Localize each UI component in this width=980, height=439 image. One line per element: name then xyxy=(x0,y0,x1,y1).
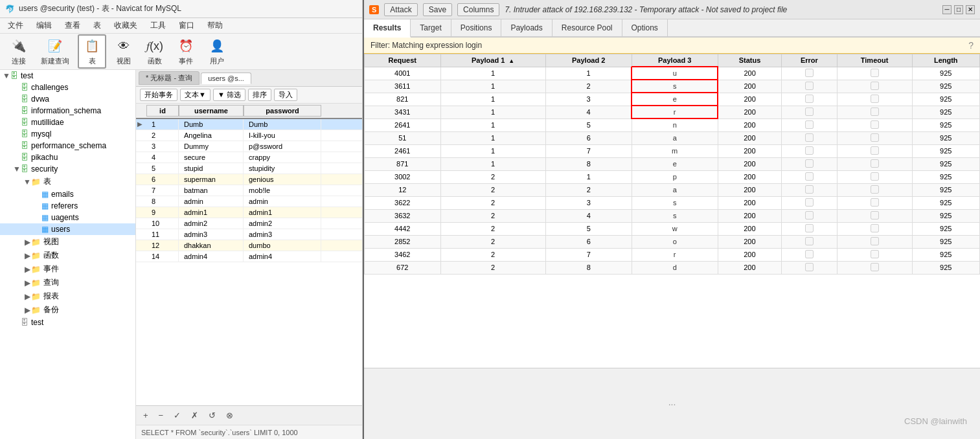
col-header-timeout[interactable]: Timeout xyxy=(837,54,912,67)
tab-target[interactable]: Target xyxy=(411,19,451,38)
table-row[interactable]: 4 secure crappy xyxy=(136,152,362,163)
text-button[interactable]: 文本▼ xyxy=(180,89,211,101)
sidebar-item-test[interactable]: ▼ 🗄 test xyxy=(0,70,135,82)
sidebar-item-queries[interactable]: ▶ 📁 查询 xyxy=(0,276,135,289)
save-button[interactable]: Save xyxy=(423,3,452,16)
table-row[interactable]: 9 admin1 admin1 xyxy=(136,207,362,218)
sidebar-item-challenges[interactable]: 🗄 challenges xyxy=(0,82,135,93)
col-header-payload3[interactable]: Payload 3 xyxy=(632,54,718,67)
sidebar-item-mutillidae[interactable]: 🗄 mutillidae xyxy=(0,117,135,128)
menu-file[interactable]: 文件 xyxy=(5,19,26,32)
sidebar-item-functions[interactable]: ▶ 📁 函数 xyxy=(0,249,135,262)
col-header-password[interactable]: password xyxy=(244,105,321,117)
connect-button[interactable]: 🔌 连接 xyxy=(5,35,32,68)
table-row[interactable]: 4442 2 5 w 200 925 xyxy=(365,222,980,235)
col-header-error[interactable]: Error xyxy=(782,54,837,67)
columns-button[interactable]: Columns xyxy=(457,3,499,16)
col-header-username[interactable]: username xyxy=(179,105,244,117)
menu-tools[interactable]: 工具 xyxy=(148,19,168,32)
menu-view[interactable]: 查看 xyxy=(62,19,83,32)
table-row[interactable]: 6 superman genious xyxy=(136,174,362,185)
table-row[interactable]: 871 1 8 e 200 925 xyxy=(365,157,980,170)
clear-button[interactable]: ⊗ xyxy=(223,409,236,422)
minimize-button[interactable]: ─ xyxy=(942,5,952,14)
tab-options[interactable]: Options xyxy=(622,19,668,38)
tab-resource-pool[interactable]: Resource Pool xyxy=(553,19,622,38)
table-row[interactable]: 821 1 3 e 200 925 xyxy=(365,93,980,106)
table-row[interactable]: 8 admin admin xyxy=(136,196,362,207)
table-row[interactable]: 2852 2 6 o 200 925 xyxy=(365,235,980,248)
menu-window[interactable]: 窗口 xyxy=(176,19,197,32)
table-row[interactable]: 12 dhakkan dumbo xyxy=(136,240,362,251)
table-row[interactable]: 7 batman mob!le xyxy=(136,185,362,196)
table-row[interactable]: 51 1 6 a 200 925 xyxy=(365,131,980,144)
help-icon[interactable]: ? xyxy=(968,40,974,51)
sidebar-item-users[interactable]: ▦ users xyxy=(0,223,135,235)
table-row[interactable]: 672 2 8 d 200 925 xyxy=(365,261,980,274)
table-row[interactable]: 2 Angelina I-kill-you xyxy=(136,130,362,141)
sidebar-item-uagents[interactable]: ▦ uagents xyxy=(0,212,135,223)
table-row[interactable]: 3632 2 4 s 200 925 xyxy=(365,209,980,222)
drag-handle[interactable]: ··· xyxy=(668,399,676,409)
table-button[interactable]: 📋 表 xyxy=(78,34,106,69)
table-row[interactable]: 3622 2 3 s 200 925 xyxy=(365,196,980,209)
sidebar-item-backups[interactable]: ▶ 📁 备份 xyxy=(0,303,135,317)
sort-button[interactable]: 排序 xyxy=(248,89,271,101)
tab-results[interactable]: Results xyxy=(364,19,411,38)
table-row[interactable]: 3462 2 7 r 200 925 xyxy=(365,248,980,261)
sidebar-item-emails[interactable]: ▦ emails xyxy=(0,188,135,200)
table-row[interactable]: 2461 1 7 m 200 925 xyxy=(365,144,980,157)
col-header-length[interactable]: Length xyxy=(912,54,979,67)
table-row[interactable]: 2641 1 5 n 200 925 xyxy=(365,118,980,131)
menu-table[interactable]: 表 xyxy=(91,19,104,32)
table-row[interactable]: 11 admin3 admin3 xyxy=(136,229,362,240)
col-header-payload1[interactable]: Payload 1 ▲ xyxy=(440,54,545,67)
col-header-payload2[interactable]: Payload 2 xyxy=(545,54,632,67)
sidebar-item-pikachu[interactable]: 🗄 pikachu xyxy=(0,152,135,163)
col-header-status[interactable]: Status xyxy=(718,54,782,67)
new-query-button[interactable]: 📝 新建查询 xyxy=(36,35,74,68)
tab-positions[interactable]: Positions xyxy=(451,19,502,38)
sidebar-item-info-schema[interactable]: 🗄 information_schema xyxy=(0,105,135,117)
menu-favorites[interactable]: 收藏夹 xyxy=(111,19,140,32)
sidebar-item-views[interactable]: ▶ 📁 视图 xyxy=(0,235,135,249)
view-button[interactable]: 👁 视图 xyxy=(110,35,137,68)
user-button[interactable]: 👤 用户 xyxy=(203,35,231,68)
sidebar-item-perf-schema[interactable]: 🗄 performance_schema xyxy=(0,140,135,152)
table-row[interactable]: 12 2 2 a 200 925 xyxy=(365,183,980,196)
close-button[interactable]: ✕ xyxy=(966,5,975,14)
sidebar-item-tables[interactable]: ▼ 📁 表 xyxy=(0,175,135,188)
table-row[interactable]: 5 stupid stupidity xyxy=(136,163,362,174)
col-header-request[interactable]: Request xyxy=(365,54,441,67)
attack-button[interactable]: Attack xyxy=(384,3,417,16)
function-button[interactable]: 𝑓(x) 函数 xyxy=(141,35,168,68)
sidebar-item-mysql[interactable]: 🗄 mysql xyxy=(0,128,135,140)
refresh-button[interactable]: ↺ xyxy=(205,409,219,422)
sidebar-item-reports[interactable]: ▶ 📁 报表 xyxy=(0,289,135,303)
tab-users[interactable]: users @s... xyxy=(201,73,251,84)
menu-edit[interactable]: 编辑 xyxy=(34,19,54,32)
sidebar-item-dvwa[interactable]: 🗄 dvwa xyxy=(0,93,135,105)
sidebar-item-test-db[interactable]: 🗄 test xyxy=(0,317,135,328)
table-row[interactable]: 3611 1 2 s 200 925 xyxy=(365,80,980,93)
sidebar-item-events[interactable]: ▶ 📁 事件 xyxy=(0,262,135,276)
tab-payloads[interactable]: Payloads xyxy=(501,19,552,38)
add-row-button[interactable]: + xyxy=(140,409,152,422)
import-button[interactable]: 导入 xyxy=(274,89,297,101)
tab-query[interactable]: * 无标题 - 查询 xyxy=(139,71,199,85)
table-row[interactable]: 3 Dummy p@ssword xyxy=(136,141,362,152)
confirm-button[interactable]: ✓ xyxy=(170,409,184,422)
sidebar-item-referers[interactable]: ▦ referers xyxy=(0,200,135,212)
col-header-id[interactable]: id xyxy=(146,105,179,117)
event-button[interactable]: ⏰ 事件 xyxy=(172,35,199,68)
table-row[interactable]: 3431 1 4 r 200 925 xyxy=(365,106,980,118)
sidebar-item-security[interactable]: ▼ 🗄 security xyxy=(0,163,135,175)
delete-row-button[interactable]: − xyxy=(155,409,167,422)
menu-help[interactable]: 帮助 xyxy=(205,19,225,32)
table-row[interactable]: 3002 2 1 p 200 925 xyxy=(365,170,980,183)
begin-transaction-button[interactable]: 开始事务 xyxy=(140,89,177,101)
cancel-button[interactable]: ✗ xyxy=(188,409,201,422)
table-row[interactable]: 14 admin4 admin4 xyxy=(136,251,362,262)
table-row[interactable]: 10 admin2 admin2 xyxy=(136,218,362,229)
filter-button[interactable]: ▼ 筛选 xyxy=(213,89,245,101)
